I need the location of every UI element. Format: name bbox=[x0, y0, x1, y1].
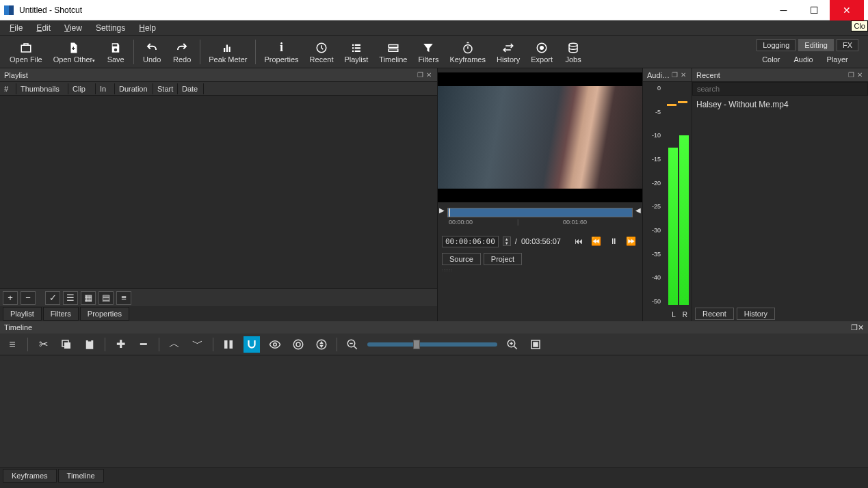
zoom-slider[interactable] bbox=[367, 342, 497, 347]
panel-close-icon[interactable]: ✕ bbox=[425, 71, 433, 79]
panel-undock-icon[interactable]: ❐ bbox=[416, 71, 425, 79]
scrub-track[interactable] bbox=[447, 208, 633, 217]
open-file-button[interactable]: Open File bbox=[4, 39, 48, 65]
timeline-cut-button[interactable]: ✂ bbox=[35, 336, 51, 353]
layout-logging-tab[interactable]: Logging bbox=[757, 39, 795, 51]
time-stepper[interactable]: ▲▼ bbox=[503, 236, 511, 246]
disc-icon bbox=[536, 40, 548, 55]
col-thumbnails[interactable]: Thumbnails bbox=[16, 83, 68, 94]
peak-meter-button[interactable]: Peak Meter bbox=[203, 39, 252, 65]
playlist-view-detail-button[interactable]: ≡ bbox=[116, 291, 131, 305]
zoom-thumb[interactable] bbox=[413, 340, 420, 349]
svg-rect-5 bbox=[352, 44, 354, 45]
panel-undock-icon[interactable]: ❐ bbox=[851, 323, 858, 332]
layout-editing-tab[interactable]: Editing bbox=[798, 39, 834, 51]
timeline-split-button[interactable] bbox=[220, 336, 237, 353]
col-index[interactable]: # bbox=[0, 83, 16, 94]
panel-undock-icon[interactable]: ❐ bbox=[847, 71, 856, 79]
pause-button[interactable]: ⏸ bbox=[607, 236, 620, 246]
timeline-append-button[interactable]: ✚ bbox=[112, 336, 129, 353]
layout-audio-tab[interactable]: Audio bbox=[788, 54, 818, 65]
timeline-scrub-button[interactable] bbox=[267, 336, 283, 353]
col-start[interactable]: Start bbox=[153, 83, 178, 94]
timeline-snap-button[interactable] bbox=[244, 336, 260, 353]
open-other-button[interactable]: Open Other▾ bbox=[48, 39, 101, 65]
timeline-tracks[interactable] bbox=[0, 355, 868, 467]
menu-edit[interactable]: Edit bbox=[29, 22, 57, 34]
menu-help[interactable]: Help bbox=[132, 22, 163, 34]
tab-playlist[interactable]: Playlist bbox=[3, 307, 42, 321]
close-button[interactable]: ✕ bbox=[830, 0, 864, 21]
zoom-fit-button[interactable] bbox=[527, 336, 544, 353]
timeline-ripple-button[interactable] bbox=[290, 336, 306, 353]
svg-rect-0 bbox=[21, 45, 31, 52]
playlist-update-button[interactable]: ✓ bbox=[45, 291, 60, 305]
properties-button[interactable]: iProperties bbox=[259, 39, 304, 65]
dropdown-icon: ▾ bbox=[92, 58, 95, 63]
zoom-out-button[interactable] bbox=[344, 336, 360, 353]
timeline-remove-button[interactable]: ━ bbox=[135, 336, 152, 353]
current-time-input[interactable]: 00:00:06:00 bbox=[442, 236, 499, 247]
col-in[interactable]: In bbox=[96, 83, 115, 94]
menu-view[interactable]: View bbox=[57, 22, 89, 34]
recent-search-input[interactable] bbox=[692, 82, 868, 96]
playlist-view-list-button[interactable]: ☰ bbox=[63, 291, 78, 305]
timeline-paste-button[interactable] bbox=[81, 336, 98, 353]
tab-keyframes-bottom[interactable]: Keyframes bbox=[3, 469, 57, 483]
video-preview[interactable] bbox=[438, 72, 642, 202]
tab-timeline-bottom[interactable]: Timeline bbox=[58, 469, 104, 483]
timeline-copy-button[interactable] bbox=[58, 336, 75, 353]
zoom-in-button[interactable] bbox=[504, 336, 521, 353]
layout-player-tab[interactable]: Player bbox=[821, 54, 854, 65]
scrub-bar[interactable]: ▶ ◀ 00:00:00 | 00:01:60 bbox=[438, 202, 642, 232]
playlist-add-button[interactable]: + bbox=[3, 291, 18, 305]
timeline-button[interactable]: Timeline bbox=[373, 39, 412, 65]
jobs-button[interactable]: Jobs bbox=[558, 39, 588, 65]
panel-close-icon[interactable]: ✕ bbox=[856, 71, 864, 79]
export-button[interactable]: Export bbox=[525, 39, 558, 65]
tab-project[interactable]: Project bbox=[484, 253, 522, 265]
timeline-lift-button[interactable]: ︿ bbox=[166, 336, 183, 353]
col-clip[interactable]: Clip bbox=[68, 83, 96, 94]
undo-button[interactable]: Undo bbox=[137, 39, 167, 65]
playhead-icon[interactable] bbox=[449, 208, 450, 217]
resize-grip-icon[interactable]: :::::: bbox=[438, 268, 642, 272]
col-duration[interactable]: Duration bbox=[115, 83, 153, 94]
playlist-body[interactable] bbox=[0, 96, 437, 288]
playlist-button[interactable]: Playlist bbox=[339, 39, 373, 65]
skip-prev-button[interactable]: ⏮ bbox=[573, 236, 585, 246]
menu-settings[interactable]: Settings bbox=[89, 22, 132, 34]
panel-close-icon[interactable]: ✕ bbox=[858, 323, 864, 332]
tab-history[interactable]: History bbox=[737, 308, 775, 320]
rewind-button[interactable]: ⏪ bbox=[589, 236, 603, 246]
playlist-view-tiles-button[interactable]: ▦ bbox=[81, 291, 96, 305]
playlist-remove-button[interactable]: − bbox=[21, 291, 36, 305]
layout-fx-tab[interactable]: FX bbox=[837, 39, 858, 51]
filters-button[interactable]: Filters bbox=[412, 39, 444, 65]
playlist-view-icons-button[interactable]: ▤ bbox=[98, 291, 114, 305]
timeline-menu-button[interactable]: ≡ bbox=[4, 336, 21, 353]
out-marker-icon[interactable]: ◀ bbox=[635, 206, 641, 214]
menu-file[interactable]: File bbox=[3, 22, 29, 34]
maximize-button[interactable]: ☐ bbox=[799, 0, 830, 21]
funnel-icon bbox=[422, 40, 434, 55]
panel-close-icon[interactable]: ✕ bbox=[679, 71, 687, 79]
layout-color-tab[interactable]: Color bbox=[757, 54, 785, 65]
fastfwd-button[interactable]: ⏩ bbox=[624, 236, 638, 246]
col-date[interactable]: Date bbox=[178, 83, 204, 94]
tab-recent[interactable]: Recent bbox=[695, 308, 734, 320]
minimize-button[interactable]: ─ bbox=[768, 0, 799, 21]
tab-filters[interactable]: Filters bbox=[43, 307, 79, 321]
redo-button[interactable]: Redo bbox=[167, 39, 197, 65]
timeline-ripple-all-button[interactable] bbox=[313, 336, 330, 353]
tab-properties[interactable]: Properties bbox=[80, 307, 129, 321]
timeline-overwrite-button[interactable]: ﹀ bbox=[189, 336, 206, 353]
panel-undock-icon[interactable]: ❐ bbox=[670, 71, 679, 79]
recent-button[interactable]: Recent bbox=[304, 39, 339, 65]
keyframes-button[interactable]: Keyframes bbox=[444, 39, 491, 65]
recent-item[interactable]: Halsey - Without Me.mp4 bbox=[696, 98, 864, 111]
history-button[interactable]: History bbox=[491, 39, 525, 65]
in-marker-icon[interactable]: ▶ bbox=[439, 206, 445, 214]
tab-source[interactable]: Source bbox=[442, 253, 481, 265]
save-button[interactable]: Save bbox=[101, 39, 131, 65]
